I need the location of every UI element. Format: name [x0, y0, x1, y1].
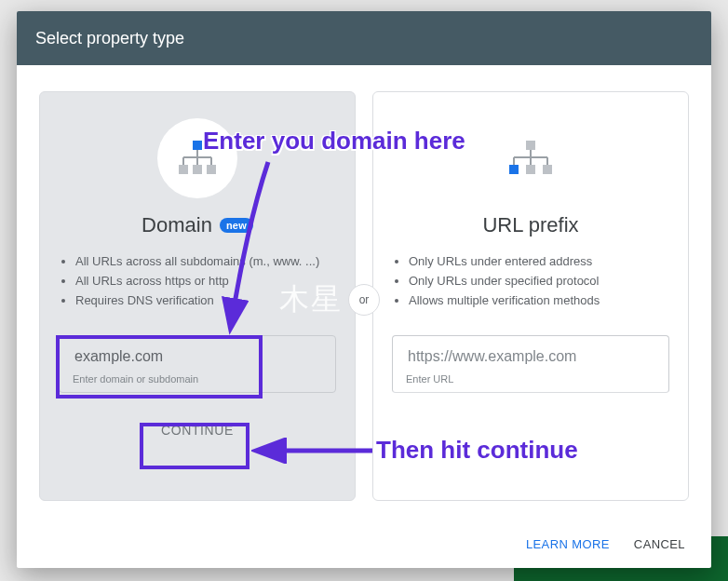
domain-title: Domain	[142, 213, 212, 237]
svg-rect-16	[526, 165, 535, 174]
dialog-title: Select property type	[35, 29, 184, 48]
urlprefix-input-wrap: Enter URL	[392, 335, 669, 393]
list-item: Only URLs under specified protocol	[409, 274, 669, 288]
svg-rect-6	[179, 165, 188, 174]
list-item: Only URLs under entered address	[409, 254, 669, 268]
continue-button[interactable]: CONTINUE	[146, 413, 249, 447]
annotation-enter-domain: Enter you domain here	[203, 127, 465, 155]
sitemap-partial-icon	[507, 141, 554, 176]
or-divider: or	[348, 284, 380, 316]
list-item: All URLs across all subdomains (m., www.…	[75, 254, 336, 268]
urlprefix-input-help: Enter URL	[406, 373, 655, 385]
svg-rect-15	[509, 165, 519, 174]
watermark: 木星	[279, 279, 343, 320]
svg-rect-9	[526, 141, 535, 150]
domain-input-help: Enter domain or subdomain	[73, 373, 322, 385]
list-item: Allows multiple verification methods	[409, 293, 669, 307]
learn-more-link[interactable]: LEARN MORE	[526, 537, 610, 551]
arrow-to-continue-icon	[251, 438, 382, 464]
annotation-hit-continue: Then hit continue	[376, 436, 578, 465]
dialog-header: Select property type	[17, 11, 711, 65]
domain-input-wrap: Enter domain or subdomain	[59, 335, 336, 393]
property-type-dialog: Select property type Domain	[17, 11, 711, 568]
urlprefix-title: URL prefix	[482, 213, 578, 237]
arrow-to-input-icon	[214, 156, 289, 343]
urlprefix-title-row: URL prefix	[482, 213, 578, 237]
domain-input[interactable]	[73, 347, 322, 366]
urlprefix-input[interactable]	[406, 347, 655, 366]
svg-rect-7	[193, 165, 202, 174]
urlprefix-icon-circle	[491, 118, 571, 198]
svg-rect-0	[193, 141, 202, 150]
urlprefix-feature-list: Only URLs under entered address Only URL…	[392, 254, 669, 313]
svg-rect-17	[543, 165, 552, 174]
cancel-button[interactable]: CANCEL	[634, 537, 685, 551]
dialog-footer: LEARN MORE CANCEL	[17, 520, 711, 568]
